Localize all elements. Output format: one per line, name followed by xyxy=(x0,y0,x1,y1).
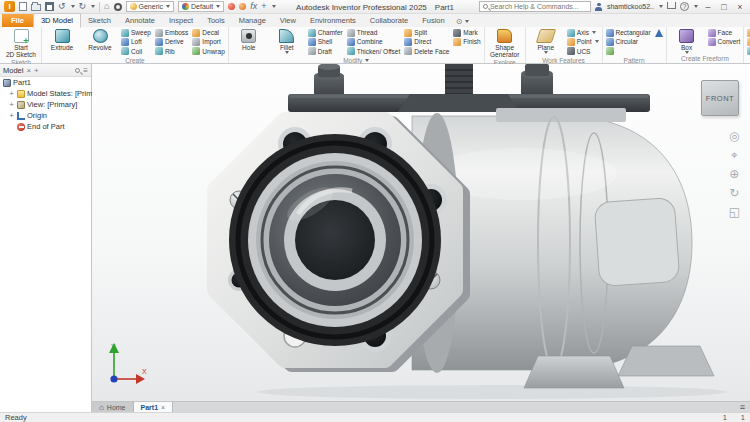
user-name[interactable]: shamtickoo52.. xyxy=(607,3,654,10)
parameters-fx-icon[interactable]: fx xyxy=(250,2,257,11)
coil-button[interactable]: Coil xyxy=(121,47,151,56)
chamfer-button[interactable]: Chamfer xyxy=(308,28,343,37)
doc-tab-home[interactable]: ⌂ Home xyxy=(92,402,134,412)
loft-button[interactable]: Loft xyxy=(121,37,151,46)
tree-item-origin[interactable]: + Origin xyxy=(0,110,91,121)
import-button[interactable]: Import xyxy=(192,37,224,46)
tab-options[interactable]: ⊙ xyxy=(456,17,470,27)
browser-search-icon[interactable] xyxy=(75,68,80,73)
new-file-icon[interactable] xyxy=(19,2,27,11)
shape-generator-button[interactable]: Shape Generator xyxy=(488,28,522,58)
ucs-button[interactable]: UCS xyxy=(567,47,599,56)
tab-view[interactable]: View xyxy=(273,14,303,27)
help-search-field[interactable] xyxy=(479,1,591,12)
start-2d-sketch-button[interactable]: Start 2D Sketch xyxy=(4,28,38,58)
browser-title[interactable]: Model xyxy=(3,66,23,75)
open-file-icon[interactable] xyxy=(31,4,41,11)
split-button[interactable]: Split xyxy=(404,28,449,37)
expand-icon[interactable]: + xyxy=(8,90,15,97)
tab-manage[interactable]: Manage xyxy=(232,14,273,27)
revolve-button[interactable]: Revolve xyxy=(83,28,117,51)
extrude-button[interactable]: Extrude xyxy=(45,28,79,51)
freeform-box-button[interactable]: Box xyxy=(670,28,704,54)
plane-button[interactable]: Plane xyxy=(529,28,563,54)
tree-item-view[interactable]: + View: [Primary] xyxy=(0,99,91,110)
pan-icon[interactable]: ⌖ xyxy=(731,149,738,161)
circular-pattern-button[interactable]: Circular xyxy=(606,37,651,46)
draft-button[interactable]: Draft xyxy=(308,47,343,56)
add-command-icon[interactable]: + xyxy=(261,2,266,11)
unwrap-button[interactable]: Unwrap xyxy=(192,47,224,56)
browser-add-icon[interactable]: + xyxy=(34,66,39,75)
hole-button[interactable]: Hole xyxy=(232,28,266,51)
minimize-button[interactable]: – xyxy=(702,2,714,12)
viewcube-front-face[interactable]: FRONT xyxy=(706,94,734,103)
close-button[interactable]: × xyxy=(734,2,746,12)
tree-item-part1[interactable]: Part1 xyxy=(0,77,91,88)
doc-tabs-menu-icon[interactable]: ≡ xyxy=(735,402,750,412)
restore-button[interactable]: □ xyxy=(718,2,730,12)
mirror-button[interactable] xyxy=(655,28,663,37)
freeform-face-button[interactable]: Face xyxy=(708,28,741,37)
redo-caret[interactable] xyxy=(91,5,95,8)
help-icon[interactable]: ? xyxy=(680,2,689,11)
freeform-convert-button[interactable]: Convert xyxy=(708,37,741,46)
tab-3d-model[interactable]: 3D Model xyxy=(33,13,81,28)
undo-caret[interactable] xyxy=(71,5,75,8)
tab-tools[interactable]: Tools xyxy=(200,14,232,27)
browser-menu-icon[interactable]: ≡ xyxy=(83,66,88,75)
decal-button[interactable]: Decal xyxy=(192,28,224,37)
browser-close-icon[interactable]: × xyxy=(26,66,31,75)
material-select[interactable]: Generic xyxy=(126,1,175,12)
tab-environments[interactable]: Environments xyxy=(303,14,363,27)
look-at-icon[interactable]: ◱ xyxy=(729,206,740,218)
model-viewport[interactable]: FRONT ◎ ⌖ ⊕ ↻ ◱ Y X xyxy=(92,64,750,401)
user-avatar-icon[interactable] xyxy=(595,3,603,11)
tree-item-end-of-part[interactable]: End of Part xyxy=(0,121,91,132)
tab-annotate[interactable]: Annotate xyxy=(118,14,162,27)
appearance-select[interactable]: Default xyxy=(178,1,224,12)
store-cart-icon[interactable] xyxy=(667,2,676,9)
search-input[interactable] xyxy=(490,3,587,10)
redo-icon[interactable]: ↻ xyxy=(79,2,87,11)
inventor-logo-icon[interactable]: I xyxy=(4,1,15,12)
save-icon[interactable] xyxy=(45,2,54,11)
part-model[interactable] xyxy=(92,64,750,401)
shell-button[interactable]: Shell xyxy=(308,37,343,46)
qat-customize-caret[interactable] xyxy=(272,5,276,8)
rectangular-pattern-button[interactable]: Rectangular xyxy=(606,28,651,37)
finish-button[interactable]: Finish xyxy=(453,37,480,46)
doc-tab-part1[interactable]: Part1 × xyxy=(134,402,174,412)
delete-face-button[interactable]: Delete Face xyxy=(404,47,449,56)
fillet-button[interactable]: Fillet xyxy=(270,28,304,54)
viewcube[interactable]: FRONT xyxy=(701,80,739,116)
tab-inspect[interactable]: Inspect xyxy=(162,14,200,27)
sweep-button[interactable]: Sweep xyxy=(121,28,151,37)
zoom-icon[interactable]: ⊕ xyxy=(729,168,739,180)
mark-button[interactable]: Mark xyxy=(453,28,480,37)
derive-button[interactable]: Derive xyxy=(155,37,188,46)
user-menu-caret[interactable] xyxy=(659,5,663,8)
expand-icon[interactable]: + xyxy=(8,101,15,108)
adjust-color-icon[interactable] xyxy=(228,3,235,10)
home-view-icon[interactable]: ⌂ xyxy=(104,2,109,11)
steering-wheel-icon[interactable]: ◎ xyxy=(729,130,739,142)
rib-button[interactable]: Rib xyxy=(155,47,188,56)
undo-icon[interactable]: ↺ xyxy=(58,2,66,11)
emboss-button[interactable]: Emboss xyxy=(155,28,188,37)
adjust-appearance-icon[interactable] xyxy=(239,3,246,10)
tab-collaborate[interactable]: Collaborate xyxy=(363,14,415,27)
orbit-icon[interactable]: ↻ xyxy=(729,187,739,199)
direct-button[interactable]: Direct xyxy=(404,37,449,46)
settings-gear-icon[interactable] xyxy=(114,3,122,11)
expand-icon[interactable]: + xyxy=(8,112,15,119)
tab-file[interactable]: File xyxy=(2,14,33,27)
doc-tab-close-icon[interactable]: × xyxy=(161,404,165,411)
tab-sketch[interactable]: Sketch xyxy=(81,14,118,27)
point-button[interactable]: Point xyxy=(567,37,599,46)
thicken-offset-button[interactable]: Thicken/ Offset xyxy=(347,47,401,56)
axis-button[interactable]: Axis xyxy=(567,28,599,37)
sketch-driven-pattern-button[interactable] xyxy=(606,47,651,56)
combine-button[interactable]: Combine xyxy=(347,37,401,46)
help-caret[interactable] xyxy=(694,5,698,8)
